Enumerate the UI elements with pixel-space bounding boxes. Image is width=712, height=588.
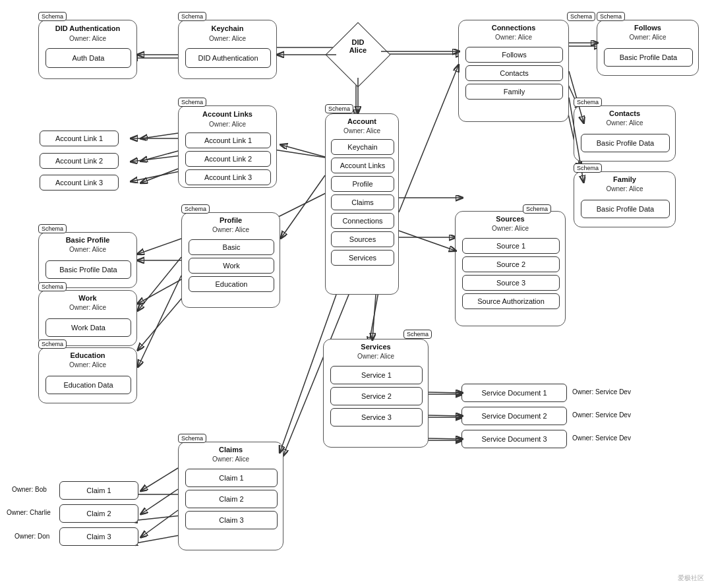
claims-title: Claims [179, 446, 283, 454]
acct-links-schema: Schema [178, 98, 206, 107]
claims-group: Claims Owner: Alice Claim 1 Claim 2 Clai… [178, 442, 283, 550]
svg-line-49 [142, 510, 178, 537]
svg-line-47 [142, 468, 178, 490]
services-title: Services [324, 343, 428, 351]
svg-line-37 [399, 66, 458, 212]
contacts-title: Contacts [574, 109, 675, 117]
acct-link3-target: Account Link 3 [40, 175, 119, 191]
contacts-basic-profile: Basic Profile Data [581, 134, 670, 152]
family-title: Family [574, 175, 675, 183]
contacts-schema: Schema [574, 98, 602, 107]
service3: Service 3 [330, 408, 423, 426]
follows-group: Follows Owner: Alice Basic Profile Data [597, 20, 699, 76]
did-auth-data: Auth Data [45, 48, 131, 68]
svg-line-42 [372, 295, 376, 339]
basic-profile-title: Basic Profile [39, 236, 136, 244]
connections-follows: Follows [465, 47, 563, 63]
work-title: Work [39, 294, 136, 302]
profile-education: Education [189, 276, 274, 292]
svg-line-30 [142, 133, 178, 138]
profile-group: Profile Owner: Alice Basic Work Educatio… [181, 212, 280, 308]
service2: Service 2 [330, 387, 423, 405]
education-owner: Owner: Alice [39, 361, 136, 368]
svg-line-44 [429, 415, 461, 416]
account-schema: Schema [325, 104, 353, 113]
source1: Source 1 [462, 238, 560, 254]
service-doc3: Service Document 3 [461, 430, 567, 448]
account-sources: Sources [331, 231, 394, 247]
follows-owner: Owner: Alice [597, 34, 698, 41]
did-diamond [326, 22, 391, 88]
services-group: Services Owner: Alice Service 1 Service … [323, 339, 429, 448]
education-schema: Schema [38, 339, 67, 349]
acct-link1-in-group: Account Link 1 [185, 132, 271, 148]
svg-line-35 [138, 257, 181, 310]
claim2-in-group: Claim 2 [185, 490, 278, 508]
svg-line-32 [142, 169, 178, 183]
svg-line-12 [138, 277, 186, 303]
svg-line-13 [138, 293, 186, 349]
svg-line-29 [282, 145, 325, 157]
svg-line-34 [138, 239, 181, 254]
basic-profile-data: Basic Profile Data [45, 260, 131, 279]
profile-work: Work [189, 258, 274, 274]
account-claims: Claims [331, 194, 394, 210]
sources-owner: Owner: Alice [456, 225, 565, 232]
follows-title: Follows [597, 24, 698, 32]
did-auth-owner: Owner: Alice [39, 35, 136, 42]
service-doc1: Service Document 1 [461, 384, 567, 402]
connections-family: Family [465, 84, 563, 100]
connections-owner: Owner: Alice [459, 34, 568, 41]
connections-schema: Schema [567, 12, 595, 21]
family-owner: Owner: Alice [574, 185, 675, 192]
profile-title: Profile [182, 216, 280, 224]
account-services: Services [331, 250, 394, 266]
svg-line-33 [282, 175, 325, 237]
keychain-schema: Schema [178, 12, 206, 21]
source-auth: Source Authorization [462, 293, 560, 309]
acct-link1-target: Account Link 1 [40, 131, 119, 146]
svg-line-31 [142, 151, 178, 161]
services-schema: Schema [403, 330, 432, 339]
education-title: Education [39, 351, 136, 359]
acct-link2-target: Account Link 2 [40, 153, 119, 169]
account-links: Account Links [331, 158, 394, 173]
follows-schema: Schema [597, 12, 625, 21]
service-doc2-owner: Owner: Service Dev [572, 411, 631, 419]
sources-schema: Schema [523, 204, 551, 214]
work-owner: Owner: Alice [39, 304, 136, 311]
keychain-title: Keychain [179, 24, 276, 32]
svg-line-48 [142, 489, 178, 514]
keychain-did-auth: DID Authentication [185, 48, 271, 68]
connections-group: Connections Owner: Alice Follows Contact… [458, 20, 569, 122]
services-owner: Owner: Alice [324, 353, 428, 360]
did-auth-schema: Schema [38, 12, 67, 21]
claim3-owner-label: Owner: Don [15, 533, 49, 540]
did-label: DIDAlice [336, 38, 380, 54]
profile-basic: Basic [189, 239, 274, 255]
watermark: 爱极社区 [678, 573, 704, 583]
did-auth-title: DID Authentication [39, 24, 136, 32]
keychain-group: Keychain Owner: Alice DID Authentication [178, 20, 277, 79]
work-group: Work Owner: Alice Work Data [38, 290, 137, 346]
svg-line-36 [138, 276, 181, 366]
service-doc2: Service Document 2 [461, 407, 567, 425]
account-title: Account [326, 117, 398, 125]
basic-profile-schema: Schema [38, 224, 67, 233]
follows-basic-profile: Basic Profile Data [604, 48, 693, 67]
sources-group: Sources Owner: Alice Source 1 Source 2 S… [455, 211, 566, 326]
account-profile: Profile [331, 176, 394, 192]
connections-contacts: Contacts [465, 65, 563, 81]
work-data: Work Data [45, 318, 131, 337]
claim1-in-group: Claim 1 [185, 469, 278, 487]
keychain-owner: Owner: Alice [179, 35, 276, 42]
claim3-in-group: Claim 3 [185, 511, 278, 529]
source3: Source 3 [462, 275, 560, 291]
acct-link3-in-group: Account Link 3 [185, 169, 271, 185]
contacts-owner: Owner: Alice [574, 119, 675, 127]
account-keychain: Keychain [331, 139, 394, 155]
profile-schema: Schema [181, 204, 210, 214]
account-owner: Owner: Alice [326, 127, 398, 134]
family-basic-profile: Basic Profile Data [581, 200, 670, 218]
account-connections: Connections [331, 213, 394, 229]
